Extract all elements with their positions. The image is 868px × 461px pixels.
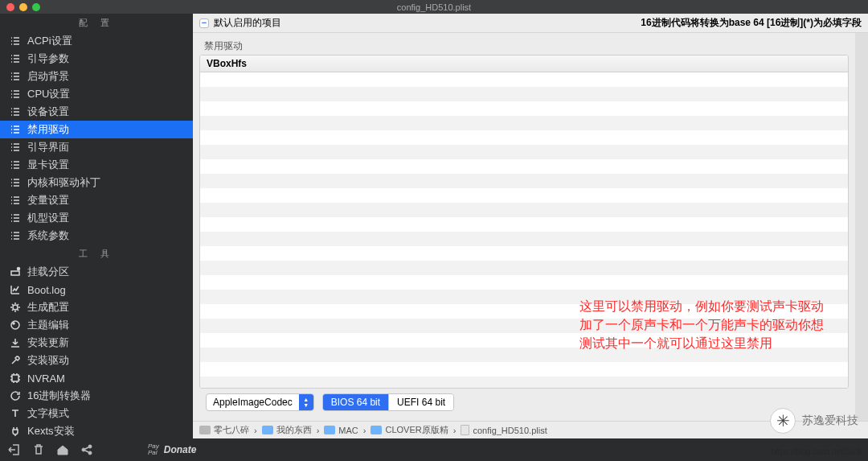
sidebar-item[interactable]: CPU设置: [0, 85, 193, 103]
sidebar-item[interactable]: 安装更新: [0, 334, 193, 352]
sidebar-item-label: 系统参数: [27, 228, 183, 243]
sidebar-item[interactable]: 安装驱动: [0, 352, 193, 369]
sidebar-item[interactable]: Kexts安装: [0, 422, 193, 440]
sidebar-item[interactable]: 引导参数: [0, 50, 193, 68]
sidebar-item[interactable]: 显卡设置: [0, 156, 193, 174]
disabled-drivers-table[interactable]: VBoxHfs 这里可以禁用驱动，例如你要测试声卡驱动 加了一个原声卡和一个万能…: [199, 55, 849, 389]
table-row[interactable]: [200, 275, 848, 290]
sidebar-item[interactable]: 引导界面: [0, 138, 193, 156]
source-url-watermark: https://blog.csdn.net/Su章: [771, 447, 863, 458]
table-row[interactable]: [200, 261, 848, 275]
chip-icon: [10, 373, 21, 384]
breadcrumb-separator: ›: [363, 426, 366, 435]
breadcrumb-separator: ›: [453, 426, 457, 435]
breadcrumb-item[interactable]: MAC: [324, 426, 358, 435]
sidebar-item[interactable]: 禁用驱动: [0, 121, 193, 138]
table-header[interactable]: VBoxHfs: [200, 56, 848, 72]
table-row[interactable]: [200, 116, 848, 130]
breadcrumb-item[interactable]: config_HD510.plist: [461, 425, 547, 435]
hex-note: 16进制代码将转换为base 64 [16进制](*)为必填字段: [641, 16, 862, 30]
share-icon[interactable]: [80, 443, 93, 456]
svg-point-11: [88, 445, 92, 448]
logout-icon[interactable]: [8, 443, 21, 456]
sidebar-item[interactable]: 内核和驱动补丁: [0, 174, 193, 191]
footer-bar: Pay Pal Donate: [0, 438, 868, 461]
minimize-window-button[interactable]: [19, 3, 27, 11]
close-window-button[interactable]: [6, 3, 14, 11]
sidebar: 配 置 ACPi设置引导参数启动背景CPU设置设备设置禁用驱动引导界面显卡设置内…: [0, 14, 193, 438]
table-row[interactable]: [200, 362, 848, 377]
sidebar-item[interactable]: 挂载分区: [0, 263, 193, 281]
table-row[interactable]: [200, 72, 848, 87]
vertical-scrollbar[interactable]: [855, 33, 868, 421]
table-row[interactable]: [200, 203, 848, 217]
table-row[interactable]: [200, 246, 848, 261]
table-row[interactable]: [200, 217, 848, 232]
table-row[interactable]: [200, 290, 848, 304]
watermark: ✳ 苏逸爱科技: [770, 408, 858, 434]
list-icon: [10, 177, 21, 188]
sidebar-item[interactable]: 变量设置: [0, 191, 193, 209]
table-row[interactable]: [200, 232, 848, 246]
table-row[interactable]: [200, 304, 848, 319]
breadcrumb-bar: 零七八碎›我的东西›MAC›CLOVER原版精›config_HD510.pli…: [193, 421, 868, 438]
sidebar-item[interactable]: 系统参数: [0, 227, 193, 245]
sidebar-item[interactable]: ACPi设置: [0, 32, 193, 50]
sidebar-item-label: 引导参数: [27, 51, 183, 66]
list-icon: [10, 195, 21, 206]
table-row[interactable]: [200, 319, 848, 333]
sidebar-item[interactable]: 机型设置: [0, 209, 193, 227]
table-row[interactable]: [200, 145, 848, 159]
sidebar-item[interactable]: 主题编辑: [0, 316, 193, 334]
sidebar-item[interactable]: 设备设置: [0, 103, 193, 121]
default-enabled-checkbox[interactable]: [199, 19, 209, 28]
table-row[interactable]: [200, 101, 848, 116]
breadcrumb-item[interactable]: 零七八碎: [199, 424, 249, 436]
sidebar-item[interactable]: 生成配置: [0, 298, 193, 316]
table-row[interactable]: [200, 174, 848, 188]
breadcrumb-item[interactable]: 我的东西: [262, 424, 312, 436]
svg-point-12: [88, 451, 92, 455]
table-row[interactable]: [200, 377, 848, 388]
sidebar-item-label: 变量设置: [27, 193, 183, 208]
file-icon: [461, 425, 469, 435]
svg-point-10: [82, 448, 85, 451]
refresh-icon: [10, 390, 21, 401]
paypal-label: Pay Pal: [148, 443, 159, 456]
donate-button[interactable]: Donate: [164, 444, 197, 455]
sidebar-item[interactable]: Boot.log: [0, 281, 193, 298]
combo-stepper-icon[interactable]: ▲▼: [299, 394, 313, 410]
home-icon[interactable]: [56, 443, 69, 456]
table-row[interactable]: [200, 188, 848, 203]
breadcrumb-item[interactable]: CLOVER原版精: [371, 424, 448, 436]
svg-rect-0: [11, 271, 19, 275]
sidebar-item-label: ACPi设置: [27, 34, 183, 48]
list-icon: [10, 142, 21, 153]
sidebar-item[interactable]: NVRAM: [0, 369, 193, 387]
sidebar-item[interactable]: 16进制转换器: [0, 387, 193, 405]
driver-combo[interactable]: AppleImageCodec ▲▼: [206, 393, 314, 411]
table-row[interactable]: [200, 130, 848, 145]
tools-icon: [10, 355, 21, 366]
table-row[interactable]: [200, 348, 848, 362]
driver-combo-value: AppleImageCodec: [207, 397, 299, 408]
breadcrumb-separator: ›: [254, 426, 257, 435]
trash-icon[interactable]: [32, 443, 45, 456]
table-row[interactable]: [200, 333, 848, 348]
zoom-window-button[interactable]: [32, 3, 40, 11]
breadcrumb-label: CLOVER原版精: [385, 424, 448, 436]
wechat-icon: ✳: [770, 408, 796, 434]
table-row[interactable]: [200, 87, 848, 101]
window-titlebar: config_HD510.plist: [0, 0, 868, 14]
svg-rect-5: [12, 375, 18, 381]
sidebar-item[interactable]: 启动背景: [0, 68, 193, 85]
arch-option[interactable]: BIOS 64 bit: [323, 394, 388, 410]
table-row[interactable]: [200, 159, 848, 174]
sidebar-item[interactable]: 文字模式: [0, 405, 193, 422]
sidebar-item-label: NVRAM: [27, 373, 183, 385]
window-title: config_HD510.plist: [397, 2, 471, 12]
breadcrumb-label: MAC: [338, 426, 358, 435]
arch-option[interactable]: UEFI 64 bit: [388, 394, 453, 410]
sidebar-item-label: 机型设置: [27, 211, 183, 225]
sidebar-item-label: 禁用驱动: [27, 122, 183, 137]
